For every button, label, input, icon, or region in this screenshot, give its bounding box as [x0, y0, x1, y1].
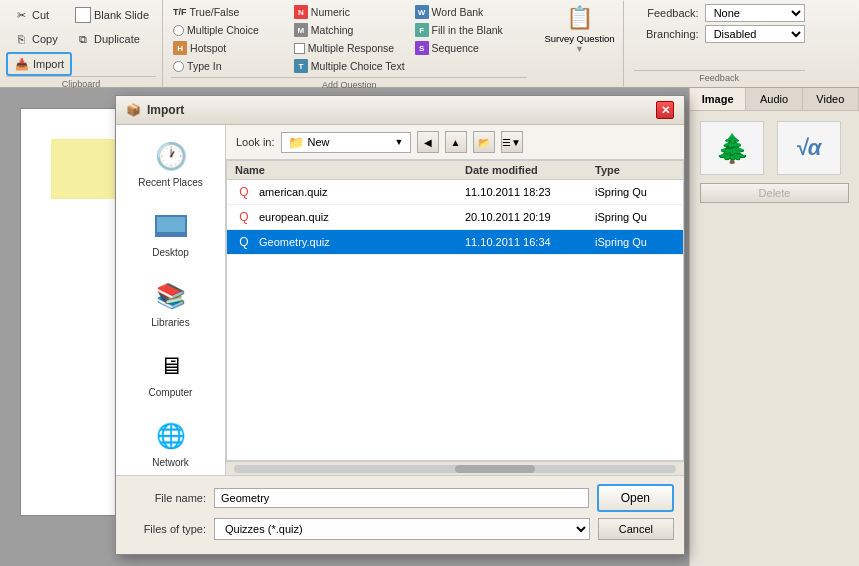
folder-icon: 📁	[288, 135, 304, 150]
col-date: Date modified	[465, 164, 595, 176]
file-date-american: 11.10.2011 18:23	[465, 186, 595, 198]
file-name-row: File name: Open	[126, 484, 674, 512]
file-row-european[interactable]: Q european.quiz 20.10.2011 20:19 iSpring…	[227, 205, 683, 230]
dialog-body: 🕐 Recent Places Desktop 📚 Libraries 🖥 Co…	[116, 125, 684, 475]
file-type-geometry: iSpring Qu	[595, 236, 675, 248]
file-row-geometry[interactable]: Q Geometry.quiz 11.10.2011 16:34 iSpring…	[227, 230, 683, 255]
file-icon-american: Q	[235, 183, 253, 201]
file-name-american: american.quiz	[259, 186, 465, 198]
dialog-sidebar: 🕐 Recent Places Desktop 📚 Libraries 🖥 Co…	[116, 125, 226, 475]
dialog-title-text: 📦 Import	[126, 103, 184, 117]
desktop-icon	[153, 208, 189, 244]
sidebar-item-desktop[interactable]: Desktop	[126, 203, 216, 263]
libraries-icon: 📚	[153, 278, 189, 314]
col-name: Name	[235, 164, 465, 176]
file-list-header: Name Date modified Type	[227, 161, 683, 180]
recent-icon: 🕐	[153, 138, 189, 174]
network-icon: 🌐	[153, 418, 189, 454]
dialog-overlay: 📦 Import ✕ 🕐 Recent Places Desktop	[0, 0, 859, 566]
file-date-geometry: 11.10.2011 16:34	[465, 236, 595, 248]
file-row-american[interactable]: Q american.quiz 11.10.2011 18:23 iSpring…	[227, 180, 683, 205]
files-of-type-select[interactable]: Quizzes (*.quiz)	[214, 518, 590, 540]
look-in-value: New	[308, 136, 395, 148]
recent-label: Recent Places	[138, 177, 202, 188]
look-in-label: Look in:	[236, 136, 275, 148]
sidebar-item-recent[interactable]: 🕐 Recent Places	[126, 133, 216, 193]
scrollbar-track	[234, 465, 676, 473]
file-name-label: File name:	[126, 492, 206, 504]
file-type-european: iSpring Qu	[595, 211, 675, 223]
look-in-dropdown-icon: ▼	[395, 137, 404, 147]
dialog-close-button[interactable]: ✕	[656, 101, 674, 119]
files-of-type-row: Files of type: Quizzes (*.quiz) Cancel	[126, 518, 674, 540]
file-date-european: 20.10.2011 20:19	[465, 211, 595, 223]
dialog-footer: File name: Open Files of type: Quizzes (…	[116, 475, 684, 554]
nav-new-folder-button[interactable]: 📂	[473, 131, 495, 153]
libraries-label: Libraries	[151, 317, 189, 328]
sidebar-item-computer[interactable]: 🖥 Computer	[126, 343, 216, 403]
dialog-title-label: Import	[147, 103, 184, 117]
computer-label: Computer	[149, 387, 193, 398]
nav-back-button[interactable]: ◀	[417, 131, 439, 153]
col-type: Type	[595, 164, 675, 176]
file-icon-geometry: Q	[235, 233, 253, 251]
dialog-title-bar: 📦 Import ✕	[116, 96, 684, 125]
import-dialog: 📦 Import ✕ 🕐 Recent Places Desktop	[115, 95, 685, 555]
file-type-american: iSpring Qu	[595, 186, 675, 198]
file-list: Name Date modified Type Q american.quiz …	[226, 160, 684, 461]
file-name-geometry: Geometry.quiz	[259, 236, 465, 248]
open-button[interactable]: Open	[597, 484, 674, 512]
dialog-toolbar: Look in: 📁 New ▼ ◀ ▲ 📂 ☰▼	[226, 125, 684, 160]
scrollbar-thumb[interactable]	[455, 465, 535, 473]
file-icon-european: Q	[235, 208, 253, 226]
network-label: Network	[152, 457, 189, 468]
sidebar-item-network[interactable]: 🌐 Network	[126, 413, 216, 473]
sidebar-item-libraries[interactable]: 📚 Libraries	[126, 273, 216, 333]
file-name-european: european.quiz	[259, 211, 465, 223]
dialog-icon: 📦	[126, 103, 141, 117]
file-name-input[interactable]	[214, 488, 589, 508]
files-of-type-label: Files of type:	[126, 523, 206, 535]
horizontal-scrollbar[interactable]	[226, 461, 684, 475]
desktop-label: Desktop	[152, 247, 189, 258]
nav-up-button[interactable]: ▲	[445, 131, 467, 153]
dialog-main: Look in: 📁 New ▼ ◀ ▲ 📂 ☰▼ Name Date m	[226, 125, 684, 475]
cancel-button[interactable]: Cancel	[598, 518, 674, 540]
look-in-select[interactable]: 📁 New ▼	[281, 132, 411, 153]
view-menu-button[interactable]: ☰▼	[501, 131, 523, 153]
computer-icon: 🖥	[153, 348, 189, 384]
